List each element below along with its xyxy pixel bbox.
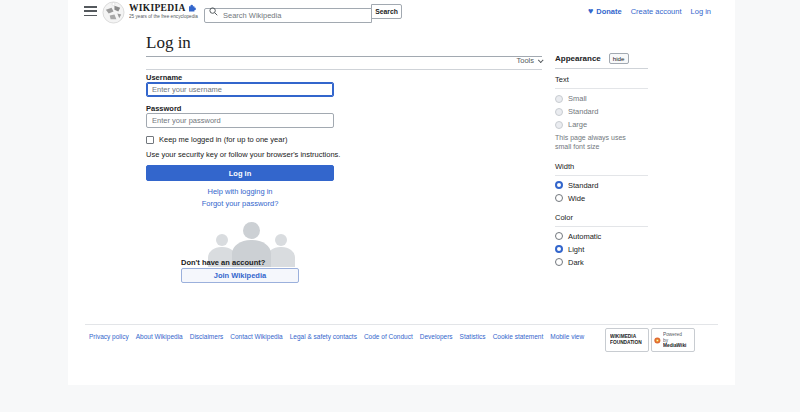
create-account-link[interactable]: Create account: [631, 7, 682, 16]
footer-link-mobile-view[interactable]: Mobile view: [550, 333, 584, 340]
radio-label: Light: [568, 245, 584, 254]
search-icon: [209, 7, 218, 16]
username-input[interactable]: [146, 82, 334, 97]
donate-wrap: ♥ Donate: [588, 7, 622, 16]
text-section-note: This page always uses small font size: [555, 133, 643, 152]
log-in-link[interactable]: Log in: [691, 7, 711, 16]
keep-logged-in-checkbox[interactable]: [146, 136, 154, 144]
keep-logged-in-row[interactable]: Keep me logged in (for up to one year): [146, 135, 287, 144]
radio-icon[interactable]: [555, 194, 563, 202]
radio-label: Dark: [568, 258, 584, 267]
appearance-hide-button[interactable]: hide: [609, 53, 629, 64]
password-label: Password: [146, 104, 181, 113]
width-option-standard[interactable]: Standard: [555, 181, 648, 190]
footer-links: Privacy policy About Wikipedia Disclaime…: [89, 333, 584, 340]
radio-icon[interactable]: [555, 232, 563, 240]
radio-label: Large: [568, 120, 587, 129]
radio-label: Automatic: [568, 232, 601, 241]
username-label: Username: [146, 73, 182, 82]
radio-icon[interactable]: [555, 258, 563, 266]
radio-label: Standard: [568, 107, 598, 116]
wordmark-text: WIKIPEDIA: [129, 3, 186, 13]
search-input[interactable]: [204, 8, 372, 23]
color-section-label: Color: [555, 207, 648, 227]
radio-label: Standard: [568, 181, 598, 190]
page-title: Log in: [146, 33, 542, 57]
footer-link-statistics[interactable]: Statistics: [460, 333, 486, 340]
appearance-panel: Appearance hide Text Small Standard Larg…: [555, 53, 648, 271]
donate-link[interactable]: Donate: [596, 7, 621, 16]
radio-icon: [555, 95, 563, 103]
footer-link-developers[interactable]: Developers: [420, 333, 453, 340]
footer: Privacy policy About Wikipedia Disclaime…: [85, 324, 718, 374]
wikipedia-wordmark[interactable]: WIKIPEDIA 25 years of the free encyclope…: [129, 3, 204, 20]
keep-logged-in-label: Keep me logged in (for up to one year): [159, 135, 287, 144]
help-logging-in-link[interactable]: Help with logging in: [146, 187, 334, 196]
puzzle-piece-icon: [188, 4, 196, 12]
radio-label: Wide: [568, 194, 585, 203]
radio-checked-icon[interactable]: [555, 245, 563, 253]
footer-link-contact[interactable]: Contact Wikipedia: [230, 333, 282, 340]
color-option-light[interactable]: Light: [555, 245, 648, 254]
radio-icon: [555, 121, 563, 129]
radio-checked-icon[interactable]: [555, 181, 563, 189]
text-option-large: Large: [555, 120, 648, 129]
main-menu-icon[interactable]: [84, 6, 97, 16]
chevron-down-icon: [538, 57, 544, 63]
forgot-password-link[interactable]: Forgot your password?: [146, 199, 334, 208]
mediawiki-logo-icon: [654, 334, 661, 347]
radio-label: Small: [568, 94, 587, 103]
footer-link-legal[interactable]: Legal & safety contacts: [290, 333, 357, 340]
content-container: WIKIPEDIA 25 years of the free encyclope…: [68, 0, 735, 385]
color-option-automatic[interactable]: Automatic: [555, 232, 648, 241]
footer-link-code-of-conduct[interactable]: Code of Conduct: [364, 333, 413, 340]
join-wikipedia-button[interactable]: Join Wikipedia: [181, 268, 299, 283]
footer-link-privacy[interactable]: Privacy policy: [89, 333, 129, 340]
badge-line1: Powered by: [663, 332, 686, 343]
footer-link-cookie-statement[interactable]: Cookie statement: [493, 333, 544, 340]
footer-link-disclaimers[interactable]: Disclaimers: [190, 333, 224, 340]
searchbar: Search: [204, 4, 402, 19]
width-section-label: Width: [555, 156, 648, 176]
text-section-label: Text: [555, 69, 648, 89]
text-option-standard: Standard: [555, 107, 648, 116]
wikipedia-tagline: 25 years of the free encyclopedia: [129, 14, 188, 19]
search-button[interactable]: Search: [371, 4, 402, 19]
login-button[interactable]: Log in: [146, 165, 334, 181]
text-option-small: Small: [555, 94, 648, 103]
password-input[interactable]: [146, 113, 334, 128]
tools-label: Tools: [516, 56, 534, 65]
color-option-dark[interactable]: Dark: [555, 258, 648, 267]
security-key-text: Use your security key or follow your bro…: [146, 150, 340, 159]
powered-by-mediawiki-badge[interactable]: Powered by MediaWiki: [651, 328, 695, 352]
no-account-prompt: Don't have an account?: [181, 258, 265, 267]
wikimedia-foundation-badge[interactable]: WIKIMEDIA FOUNDATION: [605, 328, 649, 352]
header-links: ♥ Donate Create account Log in: [588, 0, 711, 23]
wikipedia-globe-logo[interactable]: [102, 1, 125, 24]
badge-line2: MediaWiki: [663, 343, 686, 349]
badge-line2: FOUNDATION: [610, 340, 642, 346]
heart-icon: ♥: [588, 7, 593, 16]
radio-icon: [555, 108, 563, 116]
appearance-title: Appearance: [555, 54, 601, 63]
tools-dropdown[interactable]: Tools: [146, 56, 542, 70]
footer-link-about[interactable]: About Wikipedia: [136, 333, 183, 340]
width-option-wide[interactable]: Wide: [555, 194, 648, 203]
